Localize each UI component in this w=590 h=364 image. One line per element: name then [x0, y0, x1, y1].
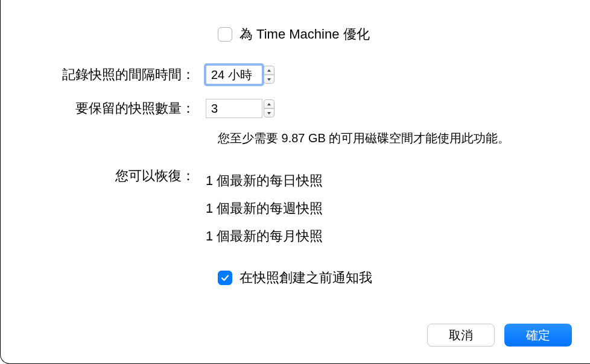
interval-step-up[interactable]	[264, 66, 274, 75]
cancel-button[interactable]: 取消	[427, 324, 495, 347]
snapshot-settings-dialog: 為 Time Machine 優化 記錄快照的間隔時間： 要保留的快照數量：	[0, 0, 590, 364]
count-input[interactable]	[206, 99, 262, 118]
disk-space-hint: 您至少需要 9.87 GB 的可用磁碟空間才能使用此功能。	[218, 130, 572, 146]
optimize-time-machine-checkbox[interactable]	[218, 27, 232, 42]
count-stepper	[206, 99, 274, 118]
restore-item: 1 個最新的每週快照	[206, 195, 323, 222]
interval-input[interactable]	[206, 65, 262, 84]
optimize-time-machine-label: 為 Time Machine 優化	[239, 25, 370, 43]
notify-before-snapshot-checkbox[interactable]	[218, 271, 232, 285]
interval-stepper	[206, 65, 274, 84]
interval-step-down[interactable]	[264, 75, 274, 84]
count-step-up[interactable]	[264, 99, 274, 108]
restore-item: 1 個最新的每月快照	[206, 222, 323, 250]
interval-label: 記錄快照的間隔時間：	[19, 66, 206, 84]
notify-before-snapshot-label: 在快照創建之前通知我	[239, 269, 372, 287]
restore-list: 1 個最新的每日快照 1 個最新的每週快照 1 個最新的每月快照	[206, 167, 323, 251]
restore-item: 1 個最新的每日快照	[206, 167, 323, 195]
count-label: 要保留的快照數量：	[19, 99, 206, 118]
ok-button[interactable]: 確定	[504, 324, 572, 347]
count-step-down[interactable]	[264, 108, 274, 118]
restore-label: 您可以恢復：	[19, 167, 206, 251]
